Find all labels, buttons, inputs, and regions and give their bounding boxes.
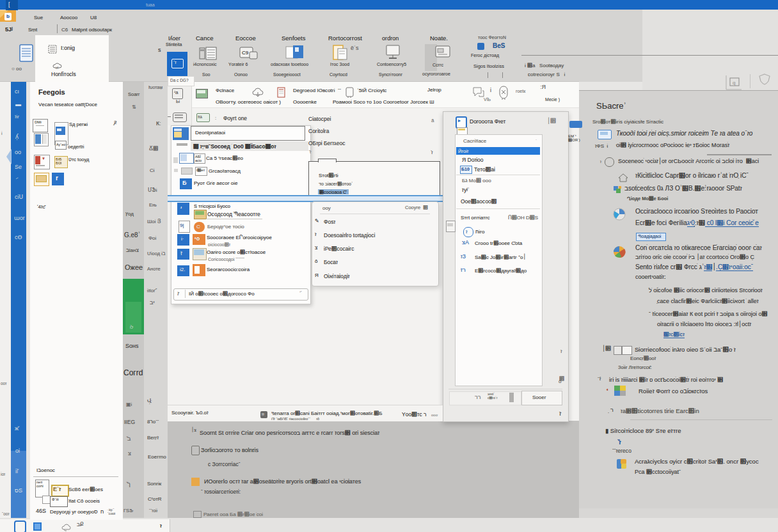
- svg-text:іʎ: іʎ: [56, 66, 58, 70]
- svg-text:q: q: [733, 80, 735, 86]
- svg-text:C9: C9: [242, 50, 249, 56]
